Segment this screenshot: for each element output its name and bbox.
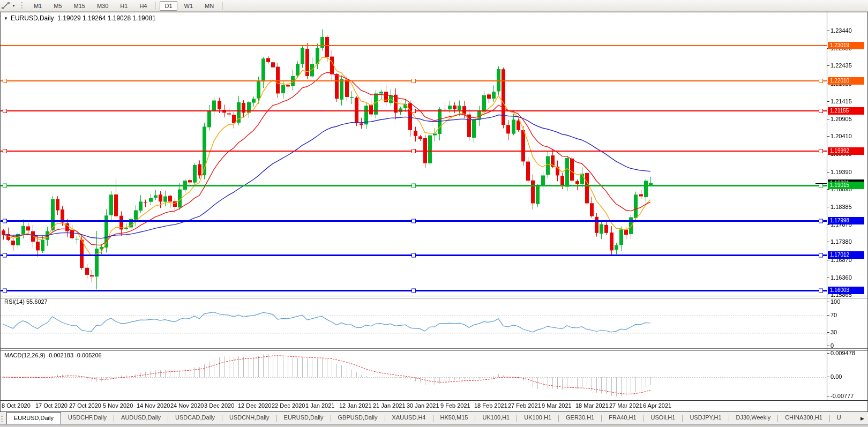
chart-tab-xauusd-h4[interactable]: XAUUSD,H4 — [385, 412, 433, 424]
rsi-axis-tick: 100 — [830, 298, 840, 305]
chart-tab-uk100-h1[interactable]: UK100,H1 — [475, 412, 517, 424]
toolbar-grip — [21, 2, 23, 10]
rsi-name: RSI(14) — [4, 298, 25, 305]
hline-price-label: 1.17998 — [828, 217, 864, 224]
date-label: 17 Oct 2020 — [35, 402, 68, 409]
date-label: 30 Jan 2021 — [407, 402, 439, 409]
chart-tab-usdcnh-daily[interactable]: USDCNH,Daily — [222, 412, 276, 424]
chart-tab-bar: EURUSD,DailyUSDCHF,DailyAUDUSD,DailyUSDC… — [0, 412, 868, 424]
price-axis-tick: 1.20905 — [830, 116, 852, 123]
date-label: 18 Mar 2021 — [575, 402, 609, 409]
tool-dropdown-caret-icon[interactable]: ▼ — [12, 4, 16, 8]
chart-tab-usdchf-daily[interactable]: USDCHF,Daily — [61, 412, 114, 424]
price-axis-tick: 1.22435 — [830, 62, 852, 69]
date-label: 3 Dec 2020 — [204, 402, 234, 409]
macd-axis-tick: 0.00 — [830, 373, 842, 380]
chart-tab-usdjpy-h1[interactable]: USDJPY,H1 — [683, 412, 728, 424]
chart-symbol: EURUSD,Daily — [11, 14, 54, 22]
rsi-axis-tick: 30 — [830, 329, 837, 336]
macd-name: MACD(12,26,9) — [4, 352, 45, 358]
price-axis-tick: 1.20410 — [830, 133, 852, 140]
hline-price-label: 1.23019 — [828, 42, 864, 49]
macd-values: -0.002183 -0.005206 — [47, 352, 101, 358]
chart-title: ▼EURUSD,Daily 1.19029 1.19264 1.19028 1.… — [4, 14, 156, 22]
date-label: 9 Mar 2021 — [542, 402, 572, 409]
timeframe-button-m30[interactable]: M30 — [92, 1, 113, 11]
price-axis-tick: 1.18385 — [830, 204, 852, 211]
rsi-axis-tick: 0 — [830, 342, 834, 349]
timeframe-toolbar: ▼ M1M5M15M30H1H4D1W1MN — [0, 0, 868, 12]
toolbar-separator — [155, 2, 156, 10]
date-label: 12 Dec 2020 — [238, 402, 271, 409]
rsi-label: RSI(14) 55.6027 — [4, 298, 48, 305]
timeframe-button-d1[interactable]: D1 — [160, 1, 177, 11]
macd-label: MACD(12,26,9) -0.002183 -0.005206 — [4, 352, 102, 358]
tab-scroll-right-button[interactable]: ▶ — [857, 412, 868, 424]
date-label: 14 Nov 2020 — [137, 402, 170, 409]
chart-title-marker-icon: ▼ — [4, 16, 8, 21]
macd-axis-tick: -0.00777 — [830, 393, 854, 400]
date-label: 27 Mar 2021 — [609, 402, 642, 409]
date-label: 18 Feb 2021 — [474, 402, 507, 409]
chart-tab-audusd-daily[interactable]: AUDUSD,Daily — [114, 412, 168, 424]
hline-price-label: 1.22010 — [828, 77, 864, 85]
date-label: 12 Jan 2021 — [339, 402, 372, 409]
price-axis-tick: 1.21415 — [830, 98, 852, 105]
chart-tab-dj30-weekly[interactable]: DJ30,Weekly — [729, 412, 778, 424]
date-label: 6 Apr 2021 — [643, 402, 671, 409]
date-label: 9 Feb 2021 — [440, 402, 470, 409]
chart-tab-gbpusd-daily[interactable]: GBPUSD,Daily — [331, 412, 385, 424]
chart-tab-eurusd-daily[interactable]: EURUSD,Daily — [277, 412, 331, 424]
date-label: 22 Dec 2020 — [272, 402, 305, 409]
timeframe-button-mn[interactable]: MN — [200, 1, 219, 11]
timeframe-button-m5[interactable]: M5 — [49, 1, 66, 11]
chart-tab-eurusd-daily[interactable]: EURUSD,Daily — [6, 412, 61, 424]
date-label: 27 Feb 2021 — [508, 402, 541, 409]
chart-tab-usoil-h1[interactable]: USOil,H1 — [644, 412, 683, 424]
toolbar-separator — [222, 2, 223, 10]
chart-tab-hk50-m15[interactable]: HK50,M15 — [433, 412, 475, 424]
date-label: 1 Jan 2021 — [305, 402, 334, 409]
hline-price-label: 1.16003 — [828, 287, 864, 294]
price-axis-tick: 1.16360 — [830, 274, 852, 281]
chart-quotes: 1.19029 1.19264 1.19028 1.19081 — [57, 14, 156, 22]
price-chart-canvas[interactable] — [0, 12, 868, 412]
chart-tab-china300-h1[interactable]: CHINA300,H1 — [778, 412, 829, 424]
hline-price-label: 1.21155 — [828, 107, 864, 115]
chart-tab-usdcad-daily[interactable]: USDCAD,Daily — [168, 412, 222, 424]
rsi-value: 55.6027 — [26, 298, 48, 305]
rsi-axis-tick: 70 — [830, 312, 837, 319]
price-axis-tick: 1.17380 — [830, 238, 852, 245]
bottom-strip — [0, 424, 868, 427]
hline-price-label: 1.17012 — [828, 251, 864, 259]
timeframe-buttons: M1M5M15M30H1H4D1W1MN — [28, 1, 226, 11]
date-label: 27 Oct 2020 — [69, 402, 101, 409]
trendline-tool-icon[interactable] — [2, 2, 10, 10]
date-label: 21 Jan 2021 — [373, 402, 406, 409]
date-label: 24 Nov 2020 — [170, 402, 204, 409]
macd-axis-tick: 0.009478 — [830, 350, 855, 357]
chart-tab-ger30-h1[interactable]: GER30,H1 — [559, 412, 601, 424]
timeframe-button-h1[interactable]: H1 — [115, 1, 132, 11]
timeframe-button-m15[interactable]: M15 — [69, 1, 90, 11]
tabbar-grip — [1, 415, 3, 422]
price-axis-tick: 1.19390 — [830, 169, 852, 176]
timeframe-button-m1[interactable]: M1 — [29, 1, 47, 11]
timeframe-button-w1[interactable]: W1 — [179, 1, 198, 11]
price-axis-tick: 1.23440 — [830, 27, 852, 34]
chart-tab-uk100-h1[interactable]: UK100,H1 — [517, 412, 558, 424]
hline-price-label: 1.19992 — [828, 147, 864, 155]
chart-tab-fra40-h1[interactable]: FRA40,H1 — [602, 412, 643, 424]
chart-tab-u[interactable]: U — [830, 412, 848, 424]
hline-price-label: 1.19015 — [828, 182, 864, 189]
date-label: 5 Nov 2020 — [103, 402, 133, 409]
timeframe-button-h4[interactable]: H4 — [134, 1, 152, 11]
date-label: 8 Oct 2020 — [2, 402, 31, 409]
